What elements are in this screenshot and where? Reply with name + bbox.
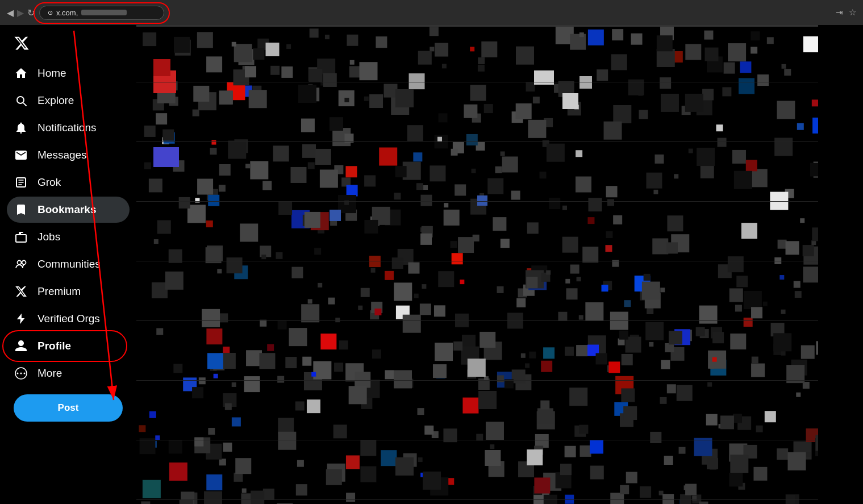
x-premium-icon xyxy=(14,284,28,299)
sidebar-item-grok[interactable]: Grok xyxy=(7,169,130,195)
bell-icon xyxy=(14,120,28,135)
sidebar-item-more-label: More xyxy=(37,367,62,380)
grok-icon xyxy=(14,175,28,190)
content-canvas xyxy=(136,25,818,504)
sidebar-item-profile-label: Profile xyxy=(37,340,71,352)
sidebar-item-bookmarks-label: Bookmarks xyxy=(37,203,97,216)
url-text: x.com, xyxy=(56,9,78,17)
address-bar[interactable]: ⊙ x.com, xyxy=(39,6,164,20)
sidebar-item-home[interactable]: Home xyxy=(7,60,130,86)
forward-icon[interactable]: ▶ xyxy=(17,7,24,18)
svg-point-6 xyxy=(17,373,19,374)
sidebar-item-notifications[interactable]: Notifications xyxy=(7,115,130,141)
communities-icon xyxy=(14,257,28,272)
sidebar-item-premium-label: Premium xyxy=(37,285,81,298)
sidebar-item-explore[interactable]: Explore xyxy=(7,88,130,114)
home-icon xyxy=(14,66,28,81)
sidebar-item-home-label: Home xyxy=(37,67,66,80)
sidebar-item-jobs[interactable]: Jobs xyxy=(7,224,130,250)
sidebar: Home Explore Notifications Messages xyxy=(0,25,136,504)
sidebar-item-explore-label: Explore xyxy=(37,94,74,107)
x-logo[interactable] xyxy=(7,30,130,57)
bookmark-icon xyxy=(14,202,28,217)
sidebar-item-grok-label: Grok xyxy=(37,176,61,189)
sidebar-item-communities[interactable]: Communities xyxy=(7,251,130,277)
sidebar-item-messages-label: Messages xyxy=(37,149,87,161)
more-icon xyxy=(14,366,28,381)
svg-point-7 xyxy=(24,373,26,374)
sidebar-item-jobs-label: Jobs xyxy=(37,231,60,243)
sidebar-item-verified-orgs-label: Verified Orgs xyxy=(37,313,100,325)
sidebar-item-profile[interactable]: Profile xyxy=(7,333,130,359)
search-icon xyxy=(14,93,28,108)
browser-nav-icons: ◀ ▶ ↻ xyxy=(7,7,35,18)
sidebar-item-more[interactable]: More xyxy=(7,360,130,386)
browser-right-icons: ⇥ ☆ xyxy=(836,7,856,18)
sidebar-item-messages[interactable]: Messages xyxy=(7,142,130,168)
reload-icon[interactable]: ↻ xyxy=(27,7,35,18)
main-layout: Home Explore Notifications Messages xyxy=(0,25,863,504)
post-button[interactable]: Post xyxy=(14,394,123,422)
browser-chrome: ◀ ▶ ↻ ⊙ x.com, ⇥ ☆ xyxy=(0,0,863,25)
lightning-icon xyxy=(14,311,28,326)
cast-icon[interactable]: ⇥ xyxy=(836,7,843,18)
sidebar-item-verified-orgs[interactable]: Verified Orgs xyxy=(7,306,130,332)
sidebar-item-bookmarks[interactable]: Bookmarks xyxy=(7,197,130,223)
briefcase-icon xyxy=(14,230,28,244)
bookmark-browser-icon[interactable]: ☆ xyxy=(849,7,856,18)
svg-point-3 xyxy=(18,261,22,265)
svg-point-5 xyxy=(20,373,22,374)
envelope-icon xyxy=(14,148,28,163)
url-redacted xyxy=(81,10,127,15)
address-bar-wrapper: ⊙ x.com, xyxy=(39,6,164,20)
back-icon[interactable]: ◀ xyxy=(7,7,14,18)
sidebar-item-premium[interactable]: Premium xyxy=(7,278,130,305)
svg-point-4 xyxy=(22,261,26,265)
sidebar-item-communities-label: Communities xyxy=(37,258,101,270)
sidebar-item-notifications-label: Notifications xyxy=(37,122,97,134)
site-icon: ⊙ xyxy=(48,9,53,16)
content-area xyxy=(136,25,863,504)
person-icon xyxy=(14,339,28,353)
